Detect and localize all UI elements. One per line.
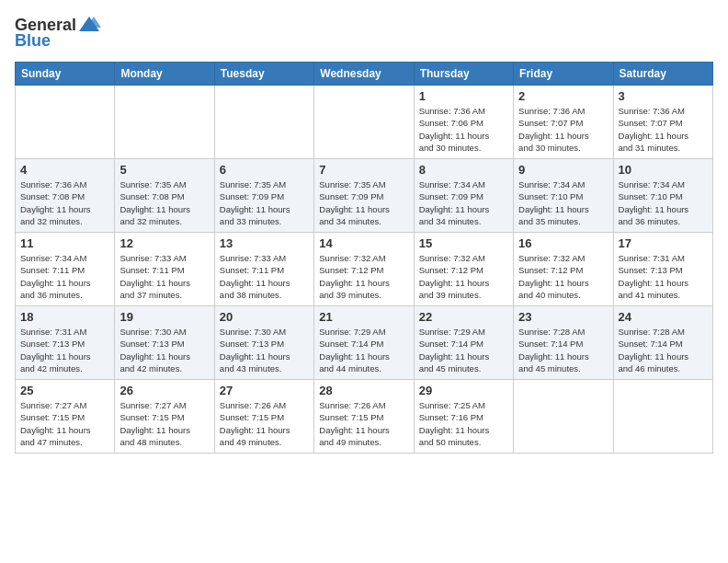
calendar-cell: 15Sunrise: 7:32 AM Sunset: 7:12 PM Dayli…: [414, 233, 513, 306]
day-info: Sunrise: 7:33 AM Sunset: 7:11 PM Dayligh…: [220, 252, 309, 301]
day-number: 18: [20, 310, 109, 324]
calendar-cell: [613, 380, 712, 454]
day-info: Sunrise: 7:35 AM Sunset: 7:08 PM Dayligh…: [119, 178, 209, 227]
logo: General Blue: [15, 15, 102, 51]
day-number: 28: [319, 384, 408, 397]
calendar-cell: 14Sunrise: 7:32 AM Sunset: 7:12 PM Dayli…: [314, 233, 414, 306]
logo-icon: [77, 15, 101, 35]
calendar-cell: 12Sunrise: 7:33 AM Sunset: 7:11 PM Dayli…: [115, 233, 214, 306]
day-number: 24: [619, 310, 708, 324]
weekday-header: Tuesday: [214, 63, 313, 86]
calendar-cell: 1Sunrise: 7:36 AM Sunset: 7:06 PM Daylig…: [414, 86, 513, 159]
day-info: Sunrise: 7:28 AM Sunset: 7:14 PM Dayligh…: [619, 326, 708, 374]
day-info: Sunrise: 7:36 AM Sunset: 7:07 PM Dayligh…: [619, 105, 708, 154]
calendar-cell: 13Sunrise: 7:33 AM Sunset: 7:11 PM Dayli…: [214, 233, 313, 306]
calendar-cell: 29Sunrise: 7:25 AM Sunset: 7:16 PM Dayli…: [414, 380, 513, 454]
day-number: 5: [119, 163, 209, 177]
calendar-cell: 5Sunrise: 7:35 AM Sunset: 7:08 PM Daylig…: [115, 159, 214, 233]
day-info: Sunrise: 7:29 AM Sunset: 7:14 PM Dayligh…: [319, 326, 408, 374]
day-number: 11: [20, 236, 109, 250]
logo-text-blue: Blue: [15, 31, 51, 51]
day-number: 1: [419, 89, 508, 103]
calendar-cell: 21Sunrise: 7:29 AM Sunset: 7:14 PM Dayli…: [314, 306, 414, 380]
page-header: General Blue: [15, 15, 713, 51]
weekday-header: Wednesday: [314, 63, 414, 86]
day-number: 23: [518, 310, 608, 324]
day-number: 26: [119, 384, 209, 397]
day-number: 15: [419, 236, 508, 250]
day-number: 4: [20, 163, 109, 177]
day-info: Sunrise: 7:35 AM Sunset: 7:09 PM Dayligh…: [220, 178, 309, 227]
day-number: 17: [619, 236, 708, 250]
calendar-cell: 3Sunrise: 7:36 AM Sunset: 7:07 PM Daylig…: [613, 86, 712, 159]
day-number: 9: [518, 163, 608, 177]
day-info: Sunrise: 7:32 AM Sunset: 7:12 PM Dayligh…: [319, 252, 408, 301]
day-info: Sunrise: 7:31 AM Sunset: 7:13 PM Dayligh…: [20, 326, 109, 374]
calendar-cell: 7Sunrise: 7:35 AM Sunset: 7:09 PM Daylig…: [314, 159, 414, 233]
weekday-header: Saturday: [613, 63, 712, 86]
day-info: Sunrise: 7:36 AM Sunset: 7:07 PM Dayligh…: [518, 105, 608, 154]
calendar-cell: 24Sunrise: 7:28 AM Sunset: 7:14 PM Dayli…: [613, 306, 712, 380]
day-number: 13: [220, 236, 309, 250]
calendar-cell: [314, 86, 414, 159]
day-info: Sunrise: 7:30 AM Sunset: 7:13 PM Dayligh…: [220, 326, 309, 374]
calendar-cell: 28Sunrise: 7:26 AM Sunset: 7:15 PM Dayli…: [314, 380, 414, 454]
day-number: 25: [20, 384, 109, 397]
calendar-cell: 20Sunrise: 7:30 AM Sunset: 7:13 PM Dayli…: [214, 306, 313, 380]
calendar-cell: 23Sunrise: 7:28 AM Sunset: 7:14 PM Dayli…: [514, 306, 613, 380]
calendar-cell: 16Sunrise: 7:32 AM Sunset: 7:12 PM Dayli…: [514, 233, 613, 306]
day-info: Sunrise: 7:32 AM Sunset: 7:12 PM Dayligh…: [518, 252, 608, 301]
weekday-header: Sunday: [16, 63, 115, 86]
calendar-cell: 19Sunrise: 7:30 AM Sunset: 7:13 PM Dayli…: [115, 306, 214, 380]
calendar-cell: 9Sunrise: 7:34 AM Sunset: 7:10 PM Daylig…: [514, 159, 613, 233]
day-number: 3: [619, 89, 708, 103]
weekday-header: Monday: [115, 63, 214, 86]
day-info: Sunrise: 7:33 AM Sunset: 7:11 PM Dayligh…: [119, 252, 209, 301]
calendar-cell: [16, 86, 115, 159]
day-info: Sunrise: 7:29 AM Sunset: 7:14 PM Dayligh…: [419, 326, 508, 374]
day-info: Sunrise: 7:34 AM Sunset: 7:11 PM Dayligh…: [20, 252, 109, 301]
weekday-header: Thursday: [414, 63, 513, 86]
calendar-cell: 8Sunrise: 7:34 AM Sunset: 7:09 PM Daylig…: [414, 159, 513, 233]
day-number: 21: [319, 310, 408, 324]
day-info: Sunrise: 7:35 AM Sunset: 7:09 PM Dayligh…: [319, 178, 408, 227]
day-number: 16: [518, 236, 608, 250]
day-info: Sunrise: 7:34 AM Sunset: 7:10 PM Dayligh…: [619, 178, 708, 227]
day-info: Sunrise: 7:28 AM Sunset: 7:14 PM Dayligh…: [518, 326, 608, 374]
calendar-cell: 11Sunrise: 7:34 AM Sunset: 7:11 PM Dayli…: [16, 233, 115, 306]
day-number: 22: [419, 310, 508, 324]
day-info: Sunrise: 7:30 AM Sunset: 7:13 PM Dayligh…: [119, 326, 209, 374]
day-number: 10: [619, 163, 708, 177]
calendar-header: SundayMondayTuesdayWednesdayThursdayFrid…: [16, 63, 713, 86]
day-number: 19: [119, 310, 209, 324]
calendar-cell: 26Sunrise: 7:27 AM Sunset: 7:15 PM Dayli…: [115, 380, 214, 454]
calendar-cell: 22Sunrise: 7:29 AM Sunset: 7:14 PM Dayli…: [414, 306, 513, 380]
calendar-cell: 6Sunrise: 7:35 AM Sunset: 7:09 PM Daylig…: [214, 159, 313, 233]
calendar-cell: 27Sunrise: 7:26 AM Sunset: 7:15 PM Dayli…: [214, 380, 313, 454]
calendar-cell: [514, 380, 613, 454]
calendar-table: SundayMondayTuesdayWednesdayThursdayFrid…: [15, 62, 713, 454]
day-number: 27: [220, 384, 309, 397]
day-info: Sunrise: 7:25 AM Sunset: 7:16 PM Dayligh…: [419, 399, 508, 448]
day-info: Sunrise: 7:36 AM Sunset: 7:06 PM Dayligh…: [419, 105, 508, 154]
day-info: Sunrise: 7:31 AM Sunset: 7:13 PM Dayligh…: [619, 252, 708, 301]
day-info: Sunrise: 7:26 AM Sunset: 7:15 PM Dayligh…: [220, 399, 309, 448]
day-number: 29: [419, 384, 508, 397]
day-number: 2: [518, 89, 608, 103]
calendar-cell: 4Sunrise: 7:36 AM Sunset: 7:08 PM Daylig…: [16, 159, 115, 233]
day-info: Sunrise: 7:27 AM Sunset: 7:15 PM Dayligh…: [20, 399, 109, 448]
day-info: Sunrise: 7:36 AM Sunset: 7:08 PM Dayligh…: [20, 178, 109, 227]
day-info: Sunrise: 7:34 AM Sunset: 7:09 PM Dayligh…: [419, 178, 508, 227]
day-number: 12: [119, 236, 209, 250]
day-number: 7: [319, 163, 408, 177]
calendar-cell: [115, 86, 214, 159]
calendar-cell: 10Sunrise: 7:34 AM Sunset: 7:10 PM Dayli…: [613, 159, 712, 233]
day-info: Sunrise: 7:26 AM Sunset: 7:15 PM Dayligh…: [319, 399, 408, 448]
day-number: 6: [220, 163, 309, 177]
calendar-cell: 17Sunrise: 7:31 AM Sunset: 7:13 PM Dayli…: [613, 233, 712, 306]
calendar-cell: 18Sunrise: 7:31 AM Sunset: 7:13 PM Dayli…: [16, 306, 115, 380]
day-number: 20: [220, 310, 309, 324]
calendar-cell: 25Sunrise: 7:27 AM Sunset: 7:15 PM Dayli…: [16, 380, 115, 454]
calendar-cell: [214, 86, 313, 159]
day-info: Sunrise: 7:32 AM Sunset: 7:12 PM Dayligh…: [419, 252, 508, 301]
